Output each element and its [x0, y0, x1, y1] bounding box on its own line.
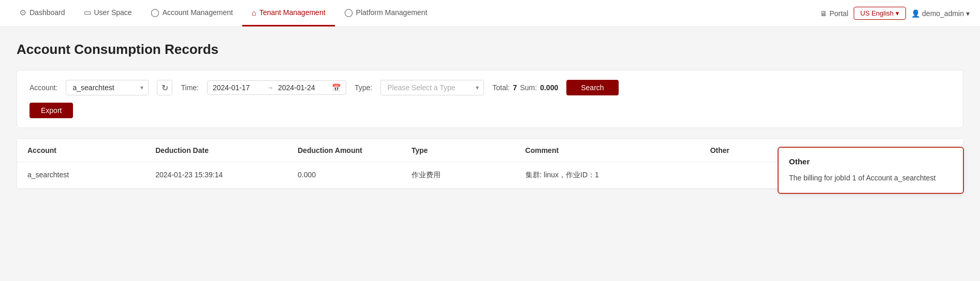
nav-label-user-space: User Space — [94, 8, 132, 17]
nav-bar: ⊙ Dashboard ▭ User Space ◯ Account Manag… — [0, 0, 980, 27]
col-header-deduction-date: Deduction Date — [145, 139, 287, 162]
tenant-management-icon: ⌂ — [252, 8, 256, 17]
total-value: 7 — [513, 83, 517, 92]
account-label: Account: — [30, 83, 57, 92]
dashboard-icon: ⊙ — [20, 8, 26, 17]
filter-bar: Account: a_searchtest ↻ Time: → 📅 Type: … — [17, 70, 963, 128]
nav-right: 🖥 Portal US English ▾ 👤 demo_admin ▾ — [820, 7, 970, 20]
sum-label: Sum: — [520, 83, 537, 92]
data-table: Account Deduction Date Deduction Amount … — [17, 139, 963, 189]
nav-label-tenant-management: Tenant Management — [259, 8, 326, 17]
other-popup-title: Other — [789, 157, 953, 166]
sum-value: 0.000 — [540, 83, 558, 92]
cell-type: 作业费用 — [401, 162, 515, 189]
col-header-type: Type — [401, 139, 515, 162]
cell-deduction-amount: 0.000 — [287, 162, 401, 189]
lang-selector[interactable]: US English ▾ — [854, 7, 906, 20]
user-menu[interactable]: 👤 demo_admin ▾ — [911, 9, 970, 18]
lang-chevron-icon: ▾ — [896, 9, 899, 17]
account-select-wrapper: a_searchtest — [66, 80, 149, 95]
table-container: Account Deduction Date Deduction Amount … — [17, 138, 963, 189]
table-body: a_searchtest 2024-01-23 15:39:14 0.000 作… — [17, 162, 963, 189]
nav-item-platform-management[interactable]: ◯ Platform Management — [335, 0, 437, 26]
user-chevron-icon: ▾ — [966, 9, 970, 18]
type-select-wrapper: Please Select a Type — [381, 80, 484, 95]
calendar-icon[interactable]: 📅 — [332, 83, 341, 92]
nav-item-tenant-management[interactable]: ⌂ Tenant Management — [242, 0, 335, 26]
reload-button[interactable]: ↻ — [157, 80, 172, 95]
portal-monitor-icon: 🖥 — [820, 9, 827, 18]
date-from-input[interactable] — [213, 83, 262, 92]
cell-deduction-date: 2024-01-23 15:39:14 — [145, 162, 287, 189]
account-management-icon: ◯ — [151, 8, 159, 17]
date-range-wrapper: → 📅 — [207, 80, 346, 95]
search-button[interactable]: Search — [566, 80, 618, 95]
page-title: Account Consumption Records — [17, 41, 963, 58]
reload-icon: ↻ — [162, 83, 168, 93]
cell-comment: 集群: linux，作业ID：1 — [515, 162, 700, 189]
total-label: Total: — [492, 83, 509, 92]
other-popup: Other The billing for jobId 1 of Account… — [778, 147, 964, 194]
cell-account: a_searchtest — [17, 162, 145, 189]
account-select[interactable]: a_searchtest — [66, 80, 149, 95]
export-button[interactable]: Export — [30, 103, 73, 118]
portal-label: Portal — [829, 9, 849, 18]
total-sum-display: Total: 7 Sum: 0.000 — [492, 83, 558, 92]
nav-item-dashboard[interactable]: ⊙ Dashboard — [10, 0, 75, 26]
user-space-icon: ▭ — [84, 8, 91, 17]
cell-other: Other The billing for jobId 1 of Account… — [700, 162, 963, 189]
portal-link[interactable]: 🖥 Portal — [820, 9, 849, 18]
date-arrow-icon: → — [267, 83, 274, 92]
nav-item-account-management[interactable]: ◯ Account Management — [141, 0, 242, 26]
col-header-deduction-amount: Deduction Amount — [287, 139, 401, 162]
user-icon: 👤 — [911, 9, 920, 18]
platform-management-icon: ◯ — [344, 8, 353, 17]
type-select[interactable]: Please Select a Type — [381, 80, 484, 95]
col-header-account: Account — [17, 139, 145, 162]
nav-item-user-space[interactable]: ▭ User Space — [75, 0, 141, 26]
other-popup-body: The billing for jobId 1 of Account a_sea… — [789, 172, 953, 184]
time-label: Time: — [181, 83, 198, 92]
nav-label-dashboard: Dashboard — [30, 8, 65, 17]
filter-row: Account: a_searchtest ↻ Time: → 📅 Type: … — [30, 80, 950, 95]
col-header-comment: Comment — [515, 139, 700, 162]
lang-label: US English — [860, 9, 894, 17]
date-to-input[interactable] — [278, 83, 328, 92]
nav-label-platform-management: Platform Management — [356, 8, 428, 17]
user-label: demo_admin — [922, 9, 964, 18]
table-row: a_searchtest 2024-01-23 15:39:14 0.000 作… — [17, 162, 963, 189]
page-content: Account Consumption Records Account: a_s… — [0, 27, 980, 204]
export-row: Export — [30, 103, 950, 118]
nav-label-account-management: Account Management — [163, 8, 233, 17]
type-label: Type: — [355, 83, 372, 92]
